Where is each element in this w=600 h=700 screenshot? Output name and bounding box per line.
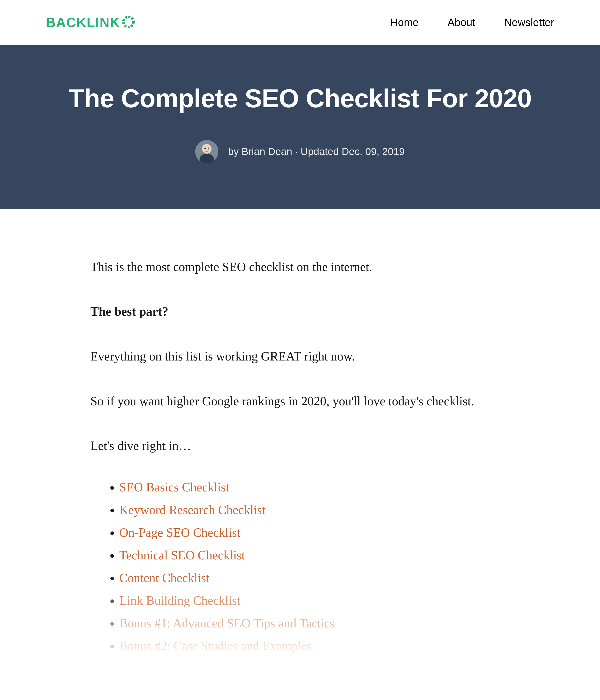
intro-paragraph-3: Everything on this list is working GREAT…	[90, 347, 510, 366]
logo-text: BACKLINK	[46, 15, 120, 30]
toc-item: SEO Basics Checklist	[119, 481, 510, 494]
svg-point-2	[202, 144, 212, 154]
toc-link-bonus-2[interactable]: Bonus #2: Case Studies and Examples	[119, 639, 312, 653]
toc-item: Bonus #2: Case Studies and Examples	[119, 640, 510, 652]
table-of-contents: SEO Basics Checklist Keyword Research Ch…	[90, 481, 510, 675]
nav-newsletter[interactable]: Newsletter	[504, 17, 554, 28]
toc-item: Link Building Checklist	[119, 594, 510, 607]
toc-item: Content Checklist	[119, 572, 510, 584]
article-content: This is the most complete SEO checklist …	[45, 209, 555, 675]
author-avatar	[195, 140, 218, 163]
toc-item: Technical SEO Checklist	[119, 549, 510, 561]
toc-item: Keyword Research Checklist	[119, 504, 510, 516]
hero-section: The Complete SEO Checklist For 2020 by B…	[0, 45, 600, 209]
svg-point-0	[123, 17, 133, 27]
svg-point-5	[208, 148, 209, 149]
toc-link-on-page-seo[interactable]: On-Page SEO Checklist	[119, 526, 240, 540]
toc-link-seo-basics[interactable]: SEO Basics Checklist	[119, 480, 229, 494]
nav-about[interactable]: About	[447, 17, 475, 28]
toc-item: Bonus #1: Advanced SEO Tips and Tactics	[119, 617, 510, 630]
toc-link-technical-seo[interactable]: Technical SEO Checklist	[119, 548, 245, 562]
toc-item: On-Page SEO Checklist	[119, 526, 510, 539]
page-title: The Complete SEO Checklist For 2020	[24, 81, 576, 116]
intro-paragraph-2: The best part?	[90, 302, 510, 321]
logo[interactable]: BACKLINK	[46, 15, 135, 30]
logo-circle-icon	[122, 16, 135, 29]
toc-item: Conclusion	[119, 662, 510, 675]
intro-paragraph-5: Let's dive right in…	[90, 436, 510, 456]
toc-link-conclusion[interactable]: Conclusion	[119, 662, 176, 675]
byline-text: by Brian Dean · Updated Dec. 09, 2019	[228, 146, 405, 157]
nav-home[interactable]: Home	[390, 17, 419, 28]
byline-row: by Brian Dean · Updated Dec. 09, 2019	[24, 140, 576, 163]
intro-paragraph-4: So if you want higher Google rankings in…	[90, 392, 510, 411]
toc-link-keyword-research[interactable]: Keyword Research Checklist	[119, 503, 265, 517]
toc-link-bonus-1[interactable]: Bonus #1: Advanced SEO Tips and Tactics	[119, 616, 335, 630]
intro-paragraph-1: This is the most complete SEO checklist …	[90, 257, 510, 277]
toc-link-content[interactable]: Content Checklist	[119, 571, 209, 585]
svg-point-4	[204, 148, 206, 149]
site-header: BACKLINK Home About Newsletter	[0, 0, 600, 45]
main-nav: Home About Newsletter	[390, 17, 554, 28]
toc-link-link-building[interactable]: Link Building Checklist	[119, 594, 240, 607]
